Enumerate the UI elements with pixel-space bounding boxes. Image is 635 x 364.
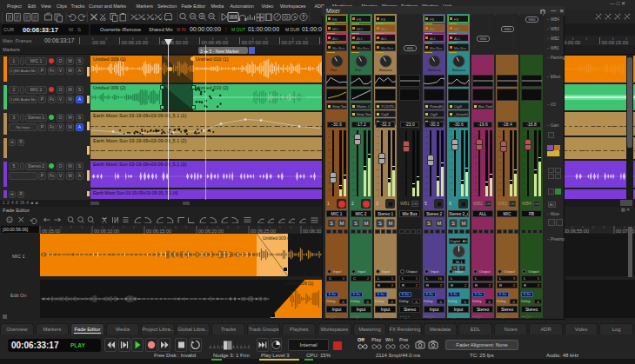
svg-text:00:06:55:00: 00:06:55:00	[564, 228, 589, 234]
svg-text:00:06:45:00: 00:06:45:00	[202, 40, 229, 45]
svg-text:00:07:15:00: 00:07:15:00	[282, 40, 309, 45]
svg-text:00:06:25:00: 00:06:25:00	[251, 228, 276, 234]
svg-text::00:00: :00:00	[91, 40, 105, 45]
svg-text:00:06:15:00: 00:06:15:00	[146, 228, 171, 234]
svg-text:00:06:15:00: 00:06:15:00	[122, 40, 149, 45]
svg-text:00:09:15:00: 00:09:15:00	[602, 40, 629, 45]
svg-text:00:06:20:00: 00:06:20:00	[198, 228, 224, 234]
svg-text:06:05:00: 06:05:00	[42, 228, 60, 234]
svg-text:9:00:00: 9:00:00	[564, 40, 580, 45]
svg-text:00:06:10:00: 00:06:10:00	[94, 228, 119, 234]
svg-text:00:07:00:00: 00:07:00:00	[242, 40, 269, 45]
